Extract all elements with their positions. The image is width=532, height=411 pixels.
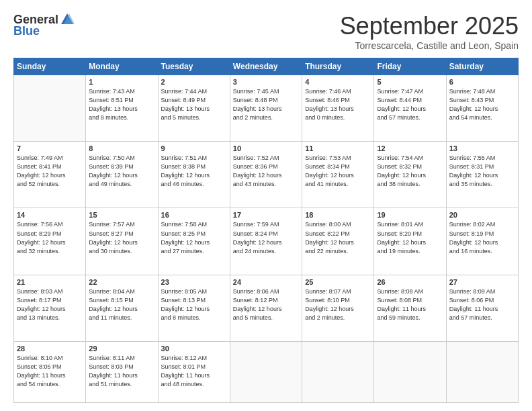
calendar-cell: 25Sunrise: 8:07 AM Sunset: 8:10 PM Dayli… — [302, 275, 374, 341]
weekday-header-friday: Friday — [374, 58, 446, 75]
header: General Blue September 2025 Torrescarcel… — [13, 12, 519, 51]
calendar-cell: 28Sunrise: 8:10 AM Sunset: 8:05 PM Dayli… — [14, 341, 86, 402]
calendar-cell — [14, 75, 86, 142]
title-block: September 2025 Torrescarcela, Castille a… — [340, 12, 519, 51]
calendar-week-row-1: 1Sunrise: 7:43 AM Sunset: 8:51 PM Daylig… — [14, 75, 519, 142]
weekday-header-monday: Monday — [86, 58, 158, 75]
day-number: 21 — [17, 278, 83, 286]
calendar-cell: 30Sunrise: 8:12 AM Sunset: 8:01 PM Dayli… — [158, 341, 230, 402]
weekday-header-wednesday: Wednesday — [230, 58, 302, 75]
day-number: 24 — [233, 278, 299, 286]
day-number: 22 — [89, 278, 154, 286]
day-number: 8 — [89, 144, 154, 152]
weekday-header-thursday: Thursday — [302, 58, 374, 75]
calendar-cell: 29Sunrise: 8:11 AM Sunset: 8:03 PM Dayli… — [86, 341, 158, 402]
cell-info: Sunrise: 8:02 AM Sunset: 8:19 PM Dayligh… — [449, 220, 515, 255]
calendar-cell: 26Sunrise: 8:08 AM Sunset: 8:08 PM Dayli… — [374, 275, 446, 341]
day-number: 10 — [233, 144, 299, 152]
cell-info: Sunrise: 7:53 AM Sunset: 8:34 PM Dayligh… — [305, 154, 371, 189]
day-number: 20 — [449, 211, 515, 219]
day-number: 7 — [17, 144, 83, 152]
cell-info: Sunrise: 7:43 AM Sunset: 8:51 PM Dayligh… — [89, 87, 154, 122]
cell-info: Sunrise: 8:00 AM Sunset: 8:22 PM Dayligh… — [305, 220, 371, 255]
day-number: 3 — [233, 78, 299, 86]
cell-info: Sunrise: 7:52 AM Sunset: 8:36 PM Dayligh… — [233, 154, 299, 189]
cell-info: Sunrise: 7:49 AM Sunset: 8:41 PM Dayligh… — [17, 154, 83, 189]
calendar-cell: 2Sunrise: 7:44 AM Sunset: 8:49 PM Daylig… — [158, 75, 230, 142]
day-number: 30 — [161, 345, 227, 353]
cell-info: Sunrise: 8:09 AM Sunset: 8:06 PM Dayligh… — [449, 287, 515, 322]
calendar-cell: 24Sunrise: 8:06 AM Sunset: 8:12 PM Dayli… — [230, 275, 302, 341]
day-number: 12 — [377, 144, 443, 152]
day-number: 2 — [161, 78, 227, 86]
page: General Blue September 2025 Torrescarcel… — [0, 0, 532, 411]
cell-info: Sunrise: 7:46 AM Sunset: 8:46 PM Dayligh… — [305, 87, 371, 122]
calendar-cell: 11Sunrise: 7:53 AM Sunset: 8:34 PM Dayli… — [302, 142, 374, 208]
day-number: 16 — [161, 211, 227, 219]
day-number: 15 — [89, 211, 154, 219]
cell-info: Sunrise: 8:12 AM Sunset: 8:01 PM Dayligh… — [161, 354, 227, 389]
logo-icon — [60, 12, 75, 27]
day-number: 4 — [305, 78, 371, 86]
cell-info: Sunrise: 8:06 AM Sunset: 8:12 PM Dayligh… — [233, 287, 299, 322]
cell-info: Sunrise: 7:45 AM Sunset: 8:48 PM Dayligh… — [233, 87, 299, 122]
weekday-header-row: SundayMondayTuesdayWednesdayThursdayFrid… — [14, 58, 519, 75]
day-number: 25 — [305, 278, 371, 286]
cell-info: Sunrise: 7:47 AM Sunset: 8:44 PM Dayligh… — [377, 87, 443, 122]
day-number: 14 — [17, 211, 83, 219]
cell-info: Sunrise: 8:10 AM Sunset: 8:05 PM Dayligh… — [17, 354, 83, 389]
day-number: 18 — [305, 211, 371, 219]
day-number: 17 — [233, 211, 299, 219]
cell-info: Sunrise: 8:11 AM Sunset: 8:03 PM Dayligh… — [89, 354, 154, 389]
cell-info: Sunrise: 7:59 AM Sunset: 8:24 PM Dayligh… — [233, 220, 299, 255]
calendar-cell: 12Sunrise: 7:54 AM Sunset: 8:32 PM Dayli… — [374, 142, 446, 208]
calendar-week-row-2: 7Sunrise: 7:49 AM Sunset: 8:41 PM Daylig… — [14, 142, 519, 208]
calendar-cell: 9Sunrise: 7:51 AM Sunset: 8:38 PM Daylig… — [158, 142, 230, 208]
cell-info: Sunrise: 8:04 AM Sunset: 8:15 PM Dayligh… — [89, 287, 154, 322]
cell-info: Sunrise: 7:55 AM Sunset: 8:31 PM Dayligh… — [449, 154, 515, 189]
day-number: 23 — [161, 278, 227, 286]
location: Torrescarcela, Castille and Leon, Spain — [340, 40, 519, 51]
calendar-cell: 18Sunrise: 8:00 AM Sunset: 8:22 PM Dayli… — [302, 208, 374, 275]
calendar-week-row-4: 21Sunrise: 8:03 AM Sunset: 8:17 PM Dayli… — [14, 275, 519, 341]
day-number: 26 — [377, 278, 443, 286]
calendar-week-row-5: 28Sunrise: 8:10 AM Sunset: 8:05 PM Dayli… — [14, 341, 519, 402]
calendar-cell: 8Sunrise: 7:50 AM Sunset: 8:39 PM Daylig… — [86, 142, 158, 208]
day-number: 28 — [17, 345, 83, 353]
calendar-cell: 7Sunrise: 7:49 AM Sunset: 8:41 PM Daylig… — [14, 142, 86, 208]
calendar-cell: 17Sunrise: 7:59 AM Sunset: 8:24 PM Dayli… — [230, 208, 302, 275]
calendar-cell: 27Sunrise: 8:09 AM Sunset: 8:06 PM Dayli… — [446, 275, 518, 341]
cell-info: Sunrise: 8:07 AM Sunset: 8:10 PM Dayligh… — [305, 287, 371, 322]
cell-info: Sunrise: 7:51 AM Sunset: 8:38 PM Dayligh… — [161, 154, 227, 189]
calendar-cell: 19Sunrise: 8:01 AM Sunset: 8:20 PM Dayli… — [374, 208, 446, 275]
calendar-cell: 21Sunrise: 8:03 AM Sunset: 8:17 PM Dayli… — [14, 275, 86, 341]
logo: General Blue — [13, 12, 75, 38]
calendar-cell: 4Sunrise: 7:46 AM Sunset: 8:46 PM Daylig… — [302, 75, 374, 142]
weekday-header-sunday: Sunday — [14, 58, 86, 75]
day-number: 5 — [377, 78, 443, 86]
calendar-cell: 1Sunrise: 7:43 AM Sunset: 8:51 PM Daylig… — [86, 75, 158, 142]
calendar-table: SundayMondayTuesdayWednesdayThursdayFrid… — [13, 58, 519, 403]
cell-info: Sunrise: 7:57 AM Sunset: 8:27 PM Dayligh… — [89, 220, 154, 255]
day-number: 27 — [449, 278, 515, 286]
day-number: 19 — [377, 211, 443, 219]
calendar-cell: 13Sunrise: 7:55 AM Sunset: 8:31 PM Dayli… — [446, 142, 518, 208]
day-number: 29 — [89, 345, 154, 353]
cell-info: Sunrise: 8:03 AM Sunset: 8:17 PM Dayligh… — [17, 287, 83, 322]
cell-info: Sunrise: 7:48 AM Sunset: 8:43 PM Dayligh… — [449, 87, 515, 122]
cell-info: Sunrise: 7:44 AM Sunset: 8:49 PM Dayligh… — [161, 87, 227, 122]
weekday-header-tuesday: Tuesday — [158, 58, 230, 75]
calendar-cell — [302, 341, 374, 402]
cell-info: Sunrise: 8:05 AM Sunset: 8:13 PM Dayligh… — [161, 287, 227, 322]
calendar-cell — [374, 341, 446, 402]
calendar-cell: 22Sunrise: 8:04 AM Sunset: 8:15 PM Dayli… — [86, 275, 158, 341]
cell-info: Sunrise: 8:01 AM Sunset: 8:20 PM Dayligh… — [377, 220, 443, 255]
calendar-cell — [230, 341, 302, 402]
calendar-cell: 5Sunrise: 7:47 AM Sunset: 8:44 PM Daylig… — [374, 75, 446, 142]
cell-info: Sunrise: 7:54 AM Sunset: 8:32 PM Dayligh… — [377, 154, 443, 189]
day-number: 6 — [449, 78, 515, 86]
calendar-cell: 16Sunrise: 7:58 AM Sunset: 8:25 PM Dayli… — [158, 208, 230, 275]
day-number: 13 — [449, 144, 515, 152]
calendar-cell: 15Sunrise: 7:57 AM Sunset: 8:27 PM Dayli… — [86, 208, 158, 275]
cell-info: Sunrise: 7:56 AM Sunset: 8:29 PM Dayligh… — [17, 220, 83, 255]
